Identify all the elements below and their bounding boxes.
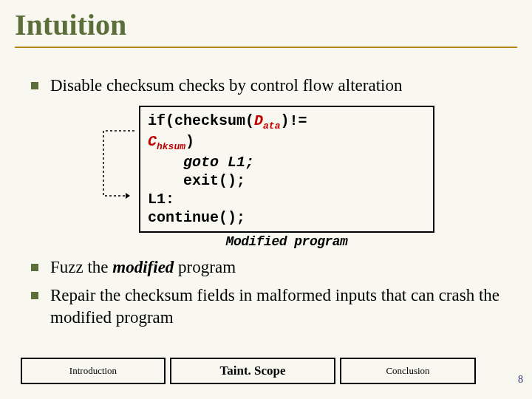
code-line-2: Chksum) (148, 132, 426, 153)
page-number: 8 (518, 374, 523, 386)
slide: Intuition Disable checksum checks by con… (0, 0, 532, 329)
dashed-arrow-icon (98, 128, 137, 202)
code-caption: Modified program (139, 234, 434, 249)
bullet-text: Fuzz the modified program (50, 256, 236, 279)
code-line-3: goto L1; (183, 153, 426, 171)
code-line-1: if(checksum(Data)!= (148, 112, 426, 132)
code-box: if(checksum(Data)!= Chksum) goto L1; exi… (139, 106, 434, 233)
footer-box-intro: Introduction (21, 358, 166, 384)
slide-title: Intuition (15, 7, 517, 48)
bullet-item-3: Repair the checksum fields in malformed … (21, 284, 517, 329)
bullet-text: Repair the checksum fields in malformed … (50, 284, 517, 329)
bullet-item-1: Disable checksum checks by control flow … (21, 75, 517, 97)
bullet-icon (31, 264, 38, 271)
code-line-6: continue(); (148, 208, 426, 227)
code-line-5: L1: (148, 190, 426, 208)
bullet-icon (31, 82, 38, 89)
code-line-4: exit(); (183, 171, 426, 190)
footer-boxes: Introduction Taint. Scope Conclusion (21, 358, 476, 384)
bullet-item-2: Fuzz the modified program (21, 256, 517, 279)
lower-bullets: Fuzz the modified program Repair the che… (21, 256, 517, 329)
code-area: if(checksum(Data)!= Chksum) goto L1; exi… (139, 106, 434, 250)
bullet-icon (31, 292, 38, 299)
bullet-text: Disable checksum checks by control flow … (50, 75, 402, 97)
footer-box-scope: Taint. Scope (170, 358, 335, 384)
footer-box-conclusion: Conclusion (340, 358, 476, 384)
